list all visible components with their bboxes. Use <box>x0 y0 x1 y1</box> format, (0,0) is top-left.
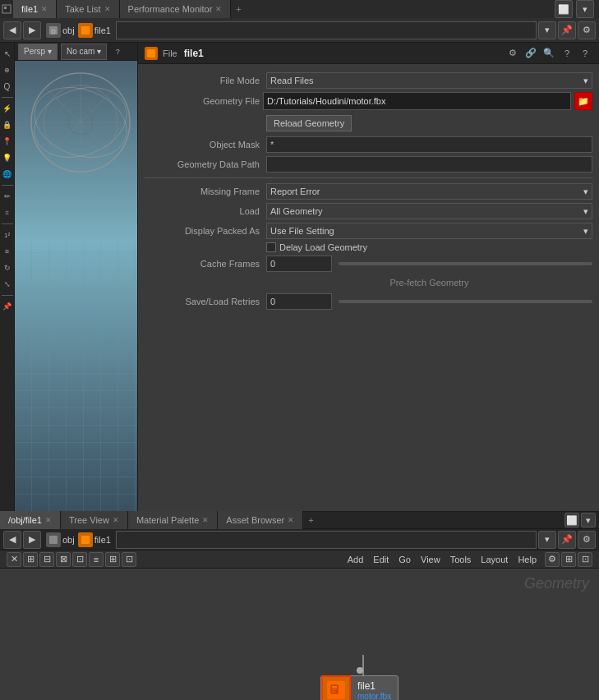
display-packed-dropdown[interactable]: Use File Setting ▾ <box>266 223 592 239</box>
rotate-icon[interactable]: ↻ <box>0 260 15 275</box>
tool-icon-1[interactable]: ⚡ <box>0 101 15 116</box>
geometry-data-path-input[interactable] <box>266 156 592 173</box>
load-chevron: ▾ <box>583 206 588 217</box>
menu-view[interactable]: View <box>421 555 440 564</box>
net-tool-1[interactable]: ✕ <box>7 552 21 567</box>
menu-help[interactable]: Help <box>518 555 537 564</box>
network-path-input[interactable] <box>116 531 537 549</box>
tab-file1-close[interactable]: ✕ <box>41 5 48 13</box>
missing-frame-chevron: ▾ <box>583 187 588 197</box>
tab-tree-view-close[interactable]: ✕ <box>113 516 119 524</box>
network-canvas[interactable]: Geometry fi <box>0 569 599 700</box>
tool-icon-4[interactable]: 💡 <box>0 150 15 165</box>
tab-performance-monitor-close[interactable]: ✕ <box>215 5 222 13</box>
delay-load-checkbox[interactable] <box>266 242 276 252</box>
persp-button[interactable]: Persp ▾ <box>18 44 58 60</box>
cache-frames-slider[interactable] <box>339 262 592 265</box>
net-right-1[interactable]: ⚙ <box>545 552 560 567</box>
tool-icon-3[interactable]: 📍 <box>0 134 15 149</box>
path-input[interactable] <box>116 21 537 39</box>
load-label: Load <box>145 206 260 216</box>
add-bottom-tab-button[interactable]: + <box>303 513 318 527</box>
tab-material-palette-close[interactable]: ✕ <box>202 516 209 524</box>
zoom-icon[interactable]: Q <box>0 79 15 94</box>
panel-help-icon[interactable]: ? <box>560 46 574 61</box>
brush-icon[interactable]: ✏ <box>0 189 15 204</box>
tab-take-list-close[interactable]: ✕ <box>104 5 111 13</box>
net-tool-4[interactable]: ⊠ <box>56 552 71 567</box>
file-mode-dropdown[interactable]: Read Files ▾ <box>266 72 592 89</box>
save-load-retries-slider[interactable] <box>339 300 592 303</box>
layers-icon[interactable]: ≡ <box>0 244 15 259</box>
node-file-icon <box>329 684 343 697</box>
select-tool-icon[interactable]: ↖ <box>0 46 15 61</box>
add-tab-button[interactable]: + <box>231 2 246 16</box>
bottom-panel-icon[interactable]: ⬜ <box>564 513 579 527</box>
file-browse-button[interactable]: 📁 <box>574 92 592 110</box>
bottom-panel-menu[interactable]: ▾ <box>581 513 596 527</box>
reload-geometry-button[interactable]: Reload Geometry <box>266 115 352 131</box>
tab-performance-monitor[interactable]: Performance Monitor ✕ <box>120 0 232 18</box>
network-forward-button[interactable]: ▶ <box>23 531 41 549</box>
settings-icon[interactable]: ⚙ <box>578 21 596 39</box>
tab-tree-view[interactable]: Tree View ✕ <box>61 511 128 529</box>
tab-material-palette[interactable]: Material Palette ✕ <box>128 511 218 529</box>
cache-frames-input[interactable] <box>266 256 332 272</box>
transform-icon[interactable]: ⊕ <box>0 62 15 77</box>
file-node[interactable]: file1 motor.fbx <box>320 667 399 700</box>
multi-icon[interactable]: 1² <box>0 228 15 242</box>
viewport-settings-icon[interactable]: ? <box>110 44 125 59</box>
net-right-2[interactable]: ⊞ <box>561 552 576 567</box>
tab-take-list[interactable]: Take List ✕ <box>57 0 119 18</box>
tab-file1[interactable]: file1 ✕ <box>13 0 57 18</box>
menu-edit[interactable]: Edit <box>373 555 389 564</box>
network-pin-button[interactable]: 📌 <box>558 531 576 549</box>
menu-go[interactable]: Go <box>399 555 411 564</box>
save-load-retries-input[interactable] <box>266 293 332 310</box>
tab-asset-browser-close[interactable]: ✕ <box>288 516 294 524</box>
eraser-icon[interactable]: ⌗ <box>0 205 15 220</box>
net-tool-5[interactable]: ⊡ <box>72 552 87 567</box>
object-mask-input[interactable] <box>266 136 592 153</box>
net-tool-7[interactable]: ⊞ <box>105 552 120 567</box>
net-tool-3[interactable]: ⊟ <box>39 552 54 567</box>
tool-icon-2[interactable]: 🔒 <box>0 117 15 132</box>
menu-add[interactable]: Add <box>348 555 364 564</box>
panel-settings-icon[interactable]: ⚙ <box>505 46 520 61</box>
path-dropdown-btn[interactable]: ▾ <box>538 21 556 39</box>
tab-obj-file1[interactable]: /obj/file1 ✕ <box>0 511 61 529</box>
missing-frame-dropdown[interactable]: Report Error ▾ <box>266 183 592 200</box>
window-control[interactable]: ▾ <box>576 0 594 18</box>
display-packed-as-value: Use File Setting ▾ <box>266 223 592 239</box>
back-button[interactable]: ◀ <box>3 21 21 39</box>
network-settings-icon[interactable]: ⚙ <box>578 531 596 549</box>
maximize-button[interactable]: ⬜ <box>555 0 573 18</box>
viewport-canvas[interactable] <box>15 61 137 511</box>
node-body[interactable]: file1 motor.fbx <box>320 675 399 700</box>
no-cam-button[interactable]: No cam ▾ <box>61 44 107 60</box>
net-tool-2[interactable]: ⊞ <box>23 552 38 567</box>
net-tool-8[interactable]: ⊡ <box>122 552 136 567</box>
tab-asset-browser[interactable]: Asset Browser ✕ <box>218 511 303 529</box>
network-dropdown-btn[interactable]: ▾ <box>538 531 556 549</box>
pin2-icon[interactable]: 📌 <box>0 299 15 314</box>
tab-obj-file1-close[interactable]: ✕ <box>45 516 52 524</box>
prefetch-area: Pre-fetch Geometry <box>266 278 592 288</box>
bottom-section: /obj/file1 ✕ Tree View ✕ Material Palett… <box>0 511 599 700</box>
load-dropdown[interactable]: All Geometry ▾ <box>266 203 592 219</box>
menu-tools[interactable]: Tools <box>450 555 472 564</box>
panel-help2-icon[interactable]: ? <box>578 46 592 61</box>
forward-button[interactable]: ▶ <box>23 21 41 39</box>
network-back-button[interactable]: ◀ <box>3 531 21 549</box>
net-right-3[interactable]: ⊡ <box>578 552 592 567</box>
panel-link-icon[interactable]: 🔗 <box>523 46 538 61</box>
menu-layout[interactable]: Layout <box>481 555 508 564</box>
pin-button[interactable]: 📌 <box>558 21 576 39</box>
geometry-file-input[interactable] <box>263 92 571 110</box>
panel-search-icon[interactable]: 🔍 <box>541 46 556 61</box>
load-value: All Geometry ▾ <box>266 203 592 219</box>
scale-icon[interactable]: ⤡ <box>0 277 15 292</box>
tool-icon-5[interactable]: 🌐 <box>0 167 15 182</box>
net-tool-6[interactable]: ≡ <box>89 552 104 567</box>
node-input-connector[interactable] <box>357 667 363 674</box>
